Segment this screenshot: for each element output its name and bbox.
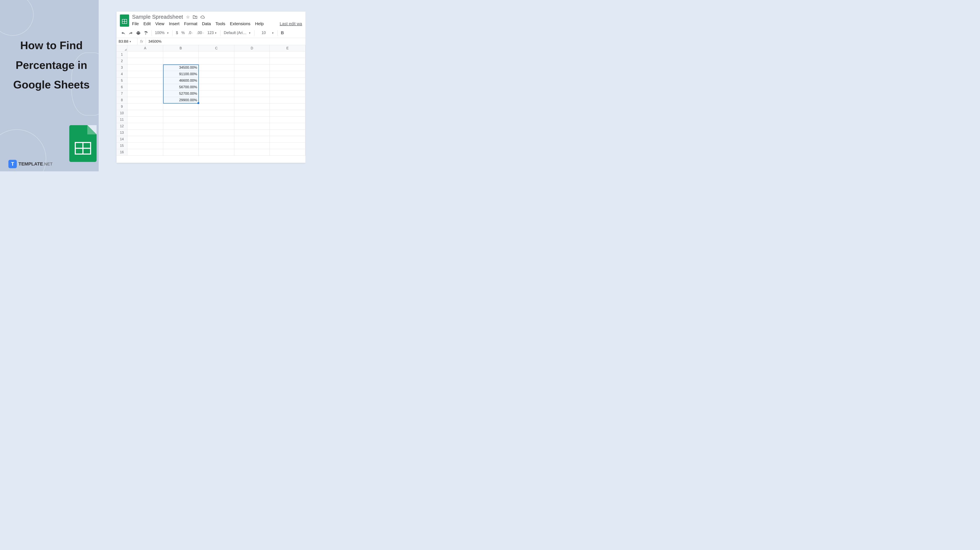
move-folder-icon[interactable] <box>193 15 197 19</box>
cell-B3[interactable]: 34500.00% <box>163 64 199 71</box>
cell-C11[interactable] <box>199 116 234 123</box>
row-header[interactable]: 14 <box>116 136 127 142</box>
row-header[interactable]: 11 <box>116 116 127 123</box>
menu-data[interactable]: Data <box>202 21 211 26</box>
cell-B4[interactable]: 91100.00% <box>163 71 199 77</box>
menu-file[interactable]: File <box>132 21 139 26</box>
row-header[interactable]: 4 <box>116 71 127 77</box>
cell-A15[interactable] <box>127 143 163 149</box>
cell-B1[interactable] <box>163 51 199 58</box>
cell-A2[interactable] <box>127 58 163 64</box>
cell-B9[interactable] <box>163 104 199 110</box>
select-all-corner[interactable] <box>116 45 127 51</box>
row-header[interactable]: 15 <box>116 143 127 149</box>
row-header[interactable]: 8 <box>116 97 127 103</box>
cell-D9[interactable] <box>234 104 270 110</box>
cell-E2[interactable] <box>270 58 305 64</box>
row-header[interactable]: 1 <box>116 51 127 58</box>
menu-view[interactable]: View <box>155 21 164 26</box>
print-button[interactable] <box>135 30 142 36</box>
cell-A3[interactable] <box>127 64 163 71</box>
cell-D7[interactable] <box>234 91 270 97</box>
cell-A13[interactable] <box>127 129 163 136</box>
cell-E12[interactable] <box>270 123 305 129</box>
cell-D15[interactable] <box>234 143 270 149</box>
cell-C12[interactable] <box>199 123 234 129</box>
row-header[interactable]: 2 <box>116 58 127 64</box>
cell-E13[interactable] <box>270 129 305 136</box>
cell-C3[interactable] <box>199 64 234 71</box>
increase-decimal-button[interactable]: .00→ <box>196 30 205 36</box>
row-header[interactable]: 5 <box>116 78 127 84</box>
cell-A12[interactable] <box>127 123 163 129</box>
row-header[interactable]: 16 <box>116 149 127 155</box>
cell-E6[interactable] <box>270 84 305 90</box>
cell-D14[interactable] <box>234 136 270 142</box>
last-edit-link[interactable]: Last edit wa <box>280 21 302 26</box>
cell-E9[interactable] <box>270 104 305 110</box>
cell-D1[interactable] <box>234 51 270 58</box>
cell-A8[interactable] <box>127 97 163 103</box>
currency-format-button[interactable]: $ <box>175 30 179 36</box>
cell-B6[interactable]: 56700.00% <box>163 84 199 90</box>
cell-D6[interactable] <box>234 84 270 90</box>
cell-D16[interactable] <box>234 149 270 155</box>
row-header[interactable]: 9 <box>116 104 127 110</box>
cell-E10[interactable] <box>270 110 305 116</box>
column-header-c[interactable]: C <box>199 45 234 51</box>
spreadsheet-grid[interactable]: A B C D E 12334500.00%491100.00%546600.0… <box>116 45 305 156</box>
paint-format-button[interactable] <box>143 30 149 36</box>
menu-format[interactable]: Format <box>184 21 197 26</box>
cell-E3[interactable] <box>270 64 305 71</box>
cell-E14[interactable] <box>270 136 305 142</box>
percent-format-button[interactable]: % <box>180 30 186 36</box>
cell-C16[interactable] <box>199 149 234 155</box>
cell-D13[interactable] <box>234 129 270 136</box>
cell-C2[interactable] <box>199 58 234 64</box>
cell-B16[interactable] <box>163 149 199 155</box>
sheets-logo-icon[interactable] <box>120 14 129 27</box>
cell-B7[interactable]: 52700.00% <box>163 91 199 97</box>
cell-A5[interactable] <box>127 78 163 84</box>
cell-D5[interactable] <box>234 78 270 84</box>
cell-E5[interactable] <box>270 78 305 84</box>
decrease-decimal-button[interactable]: .0← <box>187 30 195 36</box>
cell-C7[interactable] <box>199 91 234 97</box>
menu-insert[interactable]: Insert <box>169 21 180 26</box>
star-icon[interactable]: ☆ <box>186 14 190 19</box>
menu-help[interactable]: Help <box>255 21 264 26</box>
cell-C5[interactable] <box>199 78 234 84</box>
cell-D8[interactable] <box>234 97 270 103</box>
row-header[interactable]: 6 <box>116 84 127 90</box>
cell-A1[interactable] <box>127 51 163 58</box>
menu-tools[interactable]: Tools <box>215 21 225 26</box>
cell-C1[interactable] <box>199 51 234 58</box>
cell-C10[interactable] <box>199 110 234 116</box>
cell-A10[interactable] <box>127 110 163 116</box>
cell-B2[interactable] <box>163 58 199 64</box>
cell-A9[interactable] <box>127 104 163 110</box>
cell-A16[interactable] <box>127 149 163 155</box>
column-header-a[interactable]: A <box>127 45 163 51</box>
cell-D2[interactable] <box>234 58 270 64</box>
zoom-selector[interactable]: 100%▼ <box>154 30 170 36</box>
menu-extensions[interactable]: Extensions <box>230 21 250 26</box>
row-header[interactable]: 12 <box>116 123 127 129</box>
bold-button[interactable]: B <box>280 30 285 36</box>
cell-C13[interactable] <box>199 129 234 136</box>
cell-B15[interactable] <box>163 143 199 149</box>
cell-A4[interactable] <box>127 71 163 77</box>
row-header[interactable]: 7 <box>116 91 127 97</box>
font-size-selector[interactable]: 10▼ <box>256 30 275 36</box>
formula-input[interactable]: 34500% <box>146 40 305 44</box>
cell-B11[interactable] <box>163 116 199 123</box>
undo-button[interactable] <box>120 30 127 35</box>
cell-E15[interactable] <box>270 143 305 149</box>
cell-C9[interactable] <box>199 104 234 110</box>
cell-E16[interactable] <box>270 149 305 155</box>
cell-E11[interactable] <box>270 116 305 123</box>
cell-A11[interactable] <box>127 116 163 123</box>
menu-edit[interactable]: Edit <box>143 21 151 26</box>
cell-B14[interactable] <box>163 136 199 142</box>
row-header[interactable]: 13 <box>116 129 127 136</box>
